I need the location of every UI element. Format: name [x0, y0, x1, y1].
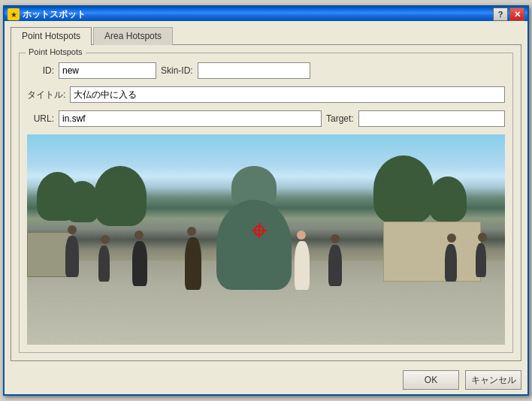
panorama-image[interactable]	[27, 134, 505, 345]
title-bar: ★ ホットスポット ? ✕	[5, 8, 527, 21]
help-button[interactable]: ?	[493, 8, 508, 21]
person-head-4	[187, 227, 196, 236]
title-label: タイトル:	[27, 89, 65, 101]
id-row: ID: Skin-ID:	[27, 62, 505, 79]
building-right	[383, 222, 481, 282]
person-7	[445, 244, 457, 282]
url-label: URL:	[27, 113, 54, 124]
id-input[interactable]	[59, 62, 156, 79]
url-input[interactable]	[59, 110, 322, 127]
window-icon: ★	[8, 8, 20, 20]
close-button[interactable]: ✕	[509, 8, 524, 21]
group-label: Point Hotspots	[26, 47, 86, 56]
cancel-button[interactable]: キャンセル	[465, 370, 521, 390]
person-3	[132, 241, 147, 286]
person-head-1	[68, 225, 77, 234]
hotspot-crosshair[interactable]	[252, 223, 267, 238]
tree-right-1	[373, 155, 434, 223]
person-4	[185, 237, 201, 290]
group-box-point-hotspots: Point Hotspots ID: Skin-ID: タイトル: URL:	[19, 53, 513, 353]
main-window: ★ ホットスポット ? ✕ Point Hotspots Area Hotspo…	[3, 5, 529, 396]
person-head-3	[135, 231, 144, 240]
window-body: Point Hotspots Area Hotspots Point Hotsp…	[5, 21, 527, 396]
title-buttons: ? ✕	[493, 8, 524, 21]
person-6	[328, 245, 342, 286]
person-8	[476, 243, 486, 277]
skinid-label: Skin-ID:	[161, 65, 193, 76]
ok-button[interactable]: OK	[403, 370, 459, 390]
crosshair-circle	[254, 225, 264, 236]
person-head-8	[478, 233, 487, 242]
person-head-2	[101, 235, 110, 244]
title-input[interactable]	[70, 86, 505, 103]
tab-point-hotspots[interactable]: Point Hotspots	[11, 27, 92, 45]
url-row: URL: Target:	[27, 110, 505, 127]
tree-left-3	[94, 166, 147, 226]
person-5	[295, 241, 310, 290]
tab-area-hotspots[interactable]: Area Hotspots	[93, 27, 173, 45]
buddha-body	[216, 200, 292, 290]
skinid-input[interactable]	[198, 62, 310, 79]
person-head-6	[331, 234, 340, 243]
tab-bar: Point Hotspots Area Hotspots	[11, 27, 521, 45]
id-label: ID:	[27, 65, 54, 76]
tree-right-2	[429, 176, 467, 222]
person-2	[98, 246, 110, 282]
target-input[interactable]	[358, 110, 505, 127]
window-title: ホットスポット	[23, 8, 493, 21]
person-head-5	[297, 231, 306, 240]
panorama-background	[27, 134, 505, 345]
footer-row: OK キャンセル	[11, 367, 521, 390]
buddha-statue	[209, 166, 299, 316]
target-label: Target:	[326, 113, 354, 124]
title-row: タイトル:	[27, 86, 505, 103]
content-panel: Point Hotspots ID: Skin-ID: タイトル: URL:	[11, 44, 521, 361]
person-1	[65, 236, 79, 277]
